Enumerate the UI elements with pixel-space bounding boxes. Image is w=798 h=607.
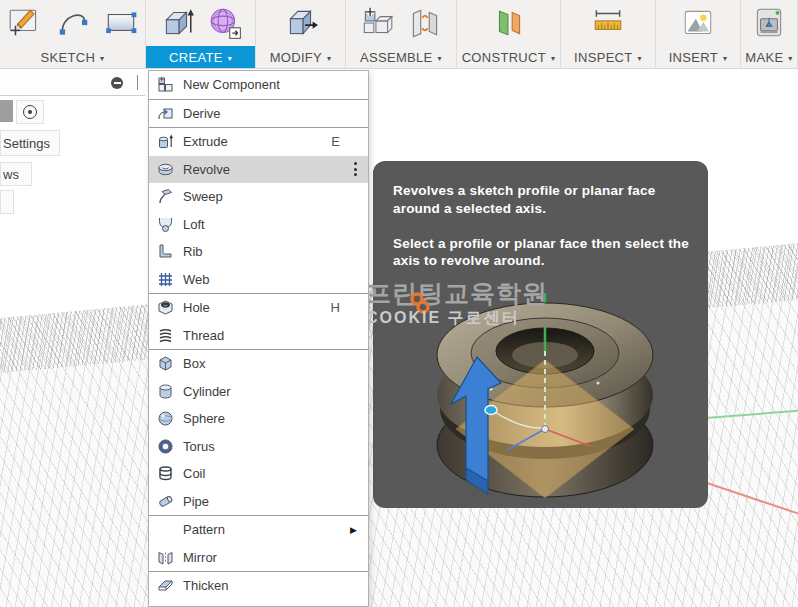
insert-image-icon[interactable] [680,5,716,41]
tab-group-sketch: SKETCH▾ [0,0,146,68]
browser-item-fragment[interactable] [0,190,14,214]
menu-item-cylinder[interactable]: Cylinder [149,378,368,406]
tab-label: MODIFY [270,50,322,65]
coil-icon [157,465,174,482]
tab-create[interactable]: CREATE▾ [146,46,255,68]
tab-label: CREATE [169,50,223,65]
menu-item-pipe[interactable]: Pipe [149,488,368,516]
submenu-arrow-icon: ▶ [350,525,357,535]
measure-icon[interactable] [590,5,626,41]
browser-visibility-toggle[interactable] [16,100,44,124]
menu-item-label: Mirror [183,550,217,565]
thicken-icon [157,577,174,594]
press-pull-icon[interactable] [283,5,319,41]
menu-item-label: Coil [183,466,205,481]
box-icon [157,355,174,372]
menu-item-sphere[interactable]: Sphere [149,405,368,433]
arc-icon[interactable] [55,5,91,41]
toolbar-icon-row [656,0,740,46]
create-dropdown-menu: New ComponentDeriveExtrudeERevolveSweepL… [148,70,369,607]
menu-item-torus[interactable]: Torus [149,433,368,461]
menu-item-derive[interactable]: Derive [149,100,368,128]
no-icon-spacer [157,521,174,538]
sweep-icon [157,188,174,205]
chevron-down-icon: ▾ [788,54,792,63]
chevron-down-icon: ▾ [551,54,555,63]
tab-group-modify: MODIFY▾ [256,0,346,68]
menu-item-thicken[interactable]: Thicken [149,572,368,600]
torus-icon [157,438,174,455]
loft-icon [157,216,174,233]
more-options-icon[interactable] [354,162,357,176]
browser-panel-header [0,71,145,96]
toolbar-icon-row [256,0,345,46]
joint-icon[interactable] [407,5,443,41]
tab-label: INSERT [669,50,718,65]
menu-item-revolve[interactable]: Revolve [149,156,368,184]
browser-item-settings[interactable]: Settings [0,130,60,156]
extrude-tool-icon[interactable] [159,5,195,41]
menu-item-label: Sweep [183,189,223,204]
menu-item-label: Loft [183,217,205,232]
print-3d-icon[interactable] [751,5,787,41]
tooltip-line-2: Select a profile or planar face then sel… [393,235,692,271]
revolve-icon [157,161,174,178]
menu-item-label: Thicken [183,578,229,593]
menu-item-new-component[interactable]: New Component [149,71,368,99]
menu-item-label: Cylinder [183,384,231,399]
tab-label: ASSEMBLE [360,50,432,65]
collapse-icon[interactable] [111,77,123,89]
tab-modify[interactable]: MODIFY▾ [256,46,345,68]
menu-item-label: Sphere [183,411,225,426]
hole-icon [157,299,174,316]
tab-group-insert: INSERT▾ [656,0,741,68]
menu-item-label: Hole [183,300,210,315]
menu-item-label: Pipe [183,494,209,509]
rectangle-icon[interactable] [103,5,139,41]
toolbar-icon-row [561,0,655,46]
chevron-down-icon: ▾ [638,54,642,63]
tab-inspect[interactable]: INSPECT▾ [561,46,655,68]
toolbar-icon-row [146,0,255,46]
menu-item-label: Derive [183,106,221,121]
browser-item-views[interactable]: ws [0,162,32,186]
menu-item-label: Extrude [183,134,228,149]
menu-item-loft[interactable]: Loft [149,211,368,239]
tab-group-assemble: ASSEMBLE▾ [346,0,457,68]
menu-item-box[interactable]: Box [149,350,368,378]
new-component-tool-icon[interactable] [359,5,395,41]
menu-item-hole[interactable]: HoleH [149,294,368,322]
tooltip-line-1: Revolves a sketch profile or planar face… [393,182,692,218]
radio-dot-icon [23,105,37,119]
browser-selected-item-fragment[interactable] [0,100,13,122]
menu-item-extrude[interactable]: ExtrudeE [149,128,368,156]
tab-assemble[interactable]: ASSEMBLE▾ [346,46,456,68]
menu-item-mirror[interactable]: Mirror [149,544,368,572]
construction-plane-icon[interactable] [491,5,527,41]
menu-item-thread[interactable]: Thread [149,322,368,350]
menu-item-label: Revolve [183,162,230,177]
toolbar-icon-row [457,0,560,46]
menu-item-pattern[interactable]: Pattern▶ [149,516,368,544]
menu-item-rib[interactable]: Rib [149,238,368,266]
mirror-icon [157,549,174,566]
menu-item-coil[interactable]: Coil [149,460,368,488]
tab-construct[interactable]: CONSTRUCT▾ [457,46,560,68]
browser-item-label: Settings [3,136,50,151]
tab-insert[interactable]: INSERT▾ [656,46,740,68]
tooltip-text: Revolves a sketch profile or planar face… [373,161,708,270]
create-sketch-icon[interactable] [7,5,43,41]
menu-item-label: New Component [183,77,280,92]
tab-sketch[interactable]: SKETCH▾ [0,46,145,68]
toolbar-icon-row [346,0,456,46]
menu-item-sweep[interactable]: Sweep [149,183,368,211]
form-icon[interactable] [207,5,243,41]
pipe-icon [157,493,174,510]
menu-item-web[interactable]: Web [149,266,368,294]
tab-group-make: MAKE▾ [741,0,798,68]
tab-group-inspect: INSPECT▾ [561,0,656,68]
sphere-icon [157,410,174,427]
menu-item-label: Rib [183,244,203,259]
tab-label: CONSTRUCT [462,50,546,65]
tab-make[interactable]: MAKE▾ [741,46,797,68]
